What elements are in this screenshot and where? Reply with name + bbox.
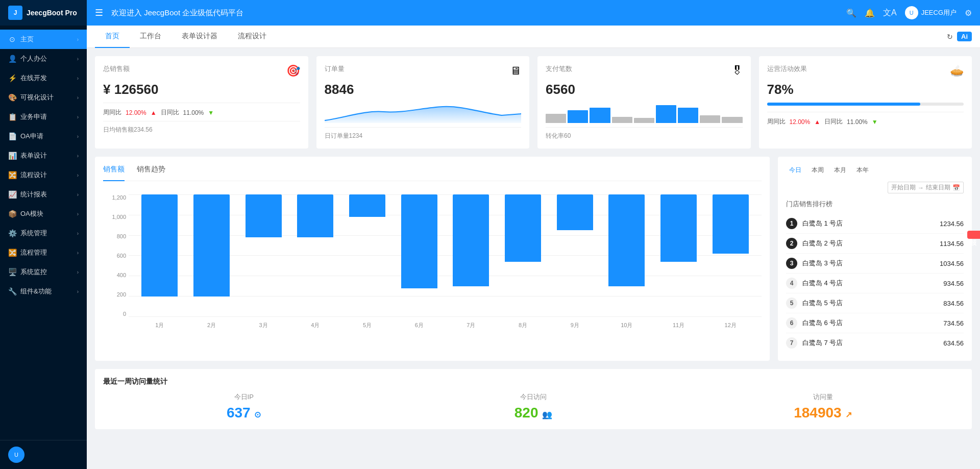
x-label-7: 8月 (497, 322, 549, 329)
stat-icon-orders: 🖥 (510, 64, 521, 78)
bar-0[interactable] (141, 194, 178, 297)
menu-toggle-icon[interactable]: ☰ (95, 7, 103, 18)
bar-7[interactable] (505, 194, 541, 262)
campaign-week-arrow: ▲ (814, 118, 820, 126)
search-icon[interactable]: 🔍 (846, 8, 856, 18)
refresh-icon[interactable]: ↻ (947, 33, 953, 41)
ranking-num-3: 3 (786, 258, 797, 269)
app-name: JeecgBoot Pro (27, 9, 77, 17)
sidebar-chevron-3: › (77, 95, 79, 101)
sidebar-icon-2: ⚡ (8, 74, 16, 82)
tab-item-3[interactable]: 流程设计 (228, 26, 277, 48)
sidebar-chevron-11: › (77, 250, 79, 256)
tab-item-2[interactable]: 表单设计器 (172, 26, 228, 48)
payment-bar-chart (546, 103, 743, 123)
stat-icon-campaign: 🥧 (950, 64, 964, 78)
date-range-picker[interactable]: 开始日期 → 结束日期 📅 (888, 182, 964, 193)
sidebar-label-12: 系统监控 (20, 267, 47, 277)
bottom-stat-label-2: 访问量 (682, 392, 964, 402)
sidebar-label-0: 主页 (20, 35, 34, 44)
sidebar-label-10: 系统管理 (20, 229, 47, 238)
stat-day-arrow: ▼ (208, 109, 214, 116)
sidebar-label-11: 流程管理 (20, 248, 47, 257)
bottom-title: 最近一周访问量统计 (103, 377, 964, 386)
sidebar-bottom: U (0, 440, 87, 469)
topbar: ☰ 欢迎进入 JeecgBoot 企业级低代码平台 🔍 🔔 文A U JEECG… (87, 0, 980, 26)
sidebar-item-0[interactable]: ⊙ 主页 › (0, 30, 87, 49)
chart-tab-0[interactable]: 销售额 (103, 165, 125, 181)
sidebar-item-5[interactable]: 📄 OA申请 › (0, 127, 87, 146)
sidebar-item-13[interactable]: 🔧 组件&功能 › (0, 282, 87, 301)
stat-card-sales: 总销售额 🎯 ¥ 126560 周同比 12.00% ▲ 日同比 11.00% … (95, 56, 308, 149)
sidebar-item-8[interactable]: 📈 统计报表 › (0, 185, 87, 204)
sidebar-icon-4: 📋 (8, 113, 16, 121)
bar-4[interactable] (349, 194, 385, 217)
stat-label-orders: 订单量 (325, 64, 345, 73)
bar-3[interactable] (297, 194, 333, 237)
ai-button[interactable]: Ai (957, 32, 972, 41)
tab-item-1[interactable]: 工作台 (130, 26, 172, 48)
ranking-header: 今日本周本月本年 (786, 165, 964, 176)
bar-11[interactable] (713, 194, 749, 254)
x-label-9: 10月 (601, 322, 653, 329)
sidebar-label-1: 个人办公 (20, 54, 47, 63)
ranking-filter-2[interactable]: 本月 (831, 165, 849, 176)
stat-label-campaign: 运营活动效果 (767, 64, 807, 73)
bell-icon[interactable]: 🔔 (865, 8, 875, 18)
sidebar-item-3[interactable]: 🎨 可视化设计 › (0, 88, 87, 107)
bar-2[interactable] (246, 194, 282, 237)
stat-icon-payment: 🎖 (731, 64, 743, 78)
sidebar-user-avatar[interactable]: U (8, 447, 24, 463)
translate-icon[interactable]: 文A (883, 8, 897, 18)
sidebar-chevron-4: › (77, 114, 79, 120)
stat-footer-sales: 日均销售额234.56 (103, 126, 153, 133)
ranking-filter-3[interactable]: 本年 (853, 165, 872, 176)
sidebar-item-1[interactable]: 👤 个人办公 › (0, 49, 87, 68)
x-label-6: 7月 (445, 322, 497, 329)
sidebar-label-13: 组件&功能 (20, 287, 52, 296)
ranking-filter-0[interactable]: 今日 (786, 165, 804, 176)
sidebar-item-11[interactable]: 🔀 流程管理 › (0, 243, 87, 262)
bar-1[interactable] (193, 194, 230, 297)
sidebar-item-10[interactable]: ⚙️ 系统管理 › (0, 224, 87, 243)
bottom-section: 最近一周访问量统计 今日IP 637 ⊙ 今日访问 820 👥 访问量 1849… (95, 369, 972, 429)
sidebar-item-12[interactable]: 🖥️ 系统监控 › (0, 262, 87, 282)
chart-tab-1[interactable]: 销售趋势 (137, 165, 165, 181)
content-area: 首页工作台表单设计器流程设计 ↻ Ai 总销售额 🎯 ¥ 126560 周同比 (87, 26, 980, 469)
sidebar-item-7[interactable]: 🔀 流程设计 › (0, 165, 87, 185)
chart-tabs: 销售额销售趋势 (103, 165, 762, 181)
bar-6[interactable] (453, 194, 489, 286)
settings-icon[interactable]: ⚙ (965, 8, 972, 18)
sidebar-item-9[interactable]: 📦 OA模块 › (0, 204, 87, 224)
feedback-button[interactable]: 反馈 (967, 231, 980, 239)
ranking-filters: 今日本周本月本年 (786, 165, 872, 176)
bar-group-3 (289, 194, 341, 317)
ranking-item-4: 4 白鹭岛 4 号店 934.56 (786, 274, 964, 293)
bar-group-1 (186, 194, 238, 317)
ranking-value-2: 1134.56 (940, 240, 964, 248)
ranking-item-2: 2 白鹭岛 2 号店 1134.56 (786, 234, 964, 254)
ranking-value-3: 1034.56 (940, 260, 964, 267)
bar-8[interactable] (557, 194, 593, 230)
bar-9[interactable] (608, 194, 645, 286)
user-menu[interactable]: U JEECG用户 (905, 6, 957, 19)
sidebar-item-6[interactable]: 📊 表单设计 › (0, 146, 87, 165)
sidebar-item-4[interactable]: 📋 业务申请 › (0, 107, 87, 127)
ranking-value-7: 634.56 (943, 339, 964, 347)
tab-item-0[interactable]: 首页 (95, 26, 130, 48)
bar-group-2 (237, 194, 289, 317)
calendar-icon: 📅 (952, 184, 960, 191)
ranking-store-1: 白鹭岛 1 号店 (802, 219, 843, 228)
campaign-day-value: 11.00% (847, 118, 868, 126)
ranking-filter-1[interactable]: 本周 (808, 165, 827, 176)
bar-5[interactable] (401, 194, 437, 288)
ranking-item-3: 3 白鹭岛 3 号店 1034.56 (786, 254, 964, 274)
sidebar-item-2[interactable]: ⚡ 在线开发 › (0, 68, 87, 88)
x-label-0: 1月 (134, 322, 186, 329)
y-label: 1,200 (103, 194, 126, 201)
sidebar-logo[interactable]: J JeecgBoot Pro (0, 0, 87, 26)
bar-group-5 (393, 194, 445, 317)
main-content-row: 销售额销售趋势 1,2001,0008006004002000 (95, 157, 972, 361)
campaign-progress (767, 103, 964, 106)
bar-10[interactable] (660, 194, 697, 262)
